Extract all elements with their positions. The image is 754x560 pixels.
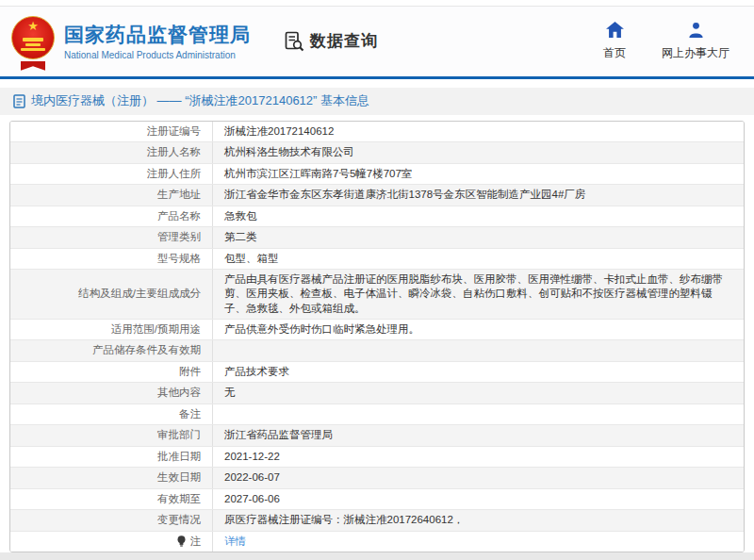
row-value: 浙械注准20172140612 xyxy=(213,122,744,142)
row-value: 产品供意外受伤时伤口临时紧急处理用。 xyxy=(213,320,744,340)
row-label-text: 批准日期 xyxy=(157,450,201,465)
table-row: 注册人名称 杭州科洛生物技术有限公司 xyxy=(10,141,744,163)
row-value: 2027-06-06 xyxy=(213,489,744,510)
home-icon xyxy=(606,22,624,41)
row-value-text: 杭州科洛生物技术有限公司 xyxy=(224,145,354,160)
detail-link[interactable]: 详情 xyxy=(224,535,246,550)
row-value-text: 急救包 xyxy=(224,209,257,224)
data-query-button[interactable]: 数据查询 xyxy=(283,30,378,53)
top-strip xyxy=(0,0,754,7)
table-row: 产品名称 急救包 xyxy=(10,206,744,227)
row-value: 产品技术要求 xyxy=(213,362,744,383)
header-nav: 首页 网上办事大厅 xyxy=(603,22,729,61)
national-emblem-logo: ★ xyxy=(11,16,55,71)
row-label-text: 产品名称 xyxy=(157,209,201,224)
nav-online-service-hall-label: 网上办事大厅 xyxy=(662,45,729,61)
table-row: 附件 产品技术要求 xyxy=(10,361,744,383)
org-title-cn: 国家药品监督管理局 xyxy=(64,23,251,47)
row-value-text: 第二类 xyxy=(224,230,257,245)
footer-strip xyxy=(0,552,754,560)
table-row: 型号规格 包型、箱型 xyxy=(10,248,744,270)
row-label-text: 生效日期 xyxy=(157,470,201,486)
table-row: 生产地址 浙江省金华市金东区东孝街道康济北街1378号金东区智能制造产业园4#厂… xyxy=(10,184,744,206)
row-label-text: 结构及组成/主要组成成分 xyxy=(78,287,201,302)
row-value: 杭州市滨江区江晖南路7号5幢7楼707室 xyxy=(213,164,744,185)
row-label-text: 型号规格 xyxy=(157,252,201,267)
row-value xyxy=(213,340,744,361)
page: ★ 国家药品监督管理局 National Medical Products Ad… xyxy=(0,0,754,560)
emblem-gate xyxy=(21,48,45,51)
table-row: 其他内容 无 xyxy=(10,382,744,404)
row-label: 附件 xyxy=(10,362,213,383)
person-icon xyxy=(688,22,704,41)
row-label-text: 备注 xyxy=(179,407,201,422)
row-label: 其他内容 xyxy=(10,383,213,404)
bulb-icon xyxy=(176,535,187,548)
table-row: 生效日期 2022-06-07 xyxy=(10,467,744,488)
table-row: 注册证编号 浙械注准20172140612 xyxy=(10,122,744,142)
row-value: 2021-12-22 xyxy=(213,447,744,468)
site-header: ★ 国家药品监督管理局 National Medical Products Ad… xyxy=(0,7,754,79)
emblem-gate xyxy=(23,38,43,41)
row-label: 生效日期 xyxy=(10,468,213,488)
document-search-icon xyxy=(283,30,305,53)
breadcrumb: 境内医疗器械（注册） —— “浙械注准20172140612” 基本信息 xyxy=(0,88,754,115)
row-label: 有效期至 xyxy=(10,489,213,510)
emblem-ribbon xyxy=(21,61,45,71)
row-label: 型号规格 xyxy=(10,249,213,270)
row-value: 包型、箱型 xyxy=(213,249,744,270)
registration-info-table: 注册证编号 浙械注准20172140612 注册人名称 杭州科洛生物技术有限公司… xyxy=(9,121,745,553)
row-value: 杭州科洛生物技术有限公司 xyxy=(213,142,744,163)
table-row: 管理类别 第二类 xyxy=(10,226,744,248)
row-value-text: 无 xyxy=(224,386,236,401)
row-label: 注 xyxy=(10,532,213,552)
table-row: 产品储存条件及有效期 xyxy=(10,339,744,361)
main-content: 注册证编号 浙械注准20172140612 注册人名称 杭州科洛生物技术有限公司… xyxy=(0,115,754,553)
row-value-text: 2027-06-06 xyxy=(224,492,280,507)
row-value-text: 2022-06-07 xyxy=(224,470,280,486)
org-title-en: National Medical Products Administration xyxy=(64,50,251,60)
row-value: 产品由具有医疗器械产品注册证的医用脱脂纱布块、医用胶带、医用弹性绷带、卡扣式止血… xyxy=(213,270,744,319)
row-label-text: 其他内容 xyxy=(157,386,201,401)
row-value: 第二类 xyxy=(213,227,744,248)
row-label: 生产地址 xyxy=(10,185,213,206)
row-value-text: 浙械注准20172140612 xyxy=(224,124,334,140)
row-value: 无 xyxy=(213,383,744,404)
table-row: 备注 xyxy=(10,404,744,425)
row-value-text: 浙江省药品监督管理局 xyxy=(224,428,333,443)
row-label-text: 生产地址 xyxy=(157,188,201,203)
row-label-text: 有效期至 xyxy=(157,492,201,507)
row-label-text: 附件 xyxy=(179,365,201,380)
row-value: 2022-06-07 xyxy=(213,468,744,488)
emblem-circle: ★ xyxy=(11,16,55,59)
row-value-text: 2021-12-22 xyxy=(224,450,280,465)
table-row: 注册人住所 杭州市滨江区江晖南路7号5幢7楼707室 xyxy=(10,163,744,185)
nav-online-service-hall[interactable]: 网上办事大厅 xyxy=(662,22,729,61)
row-label-text: 注册证编号 xyxy=(147,124,202,140)
row-label: 产品名称 xyxy=(10,206,213,227)
row-value-text: 浙江省金华市金东区东孝街道康济北街1378号金东区智能制造产业园4#厂房 xyxy=(224,188,585,203)
row-value-text: 原医疗器械注册证编号：浙械注准20172640612， xyxy=(224,513,464,528)
row-value-text: 杭州市滨江区江晖南路7号5幢7楼707室 xyxy=(224,167,412,182)
row-value: 原医疗器械注册证编号：浙械注准20172640612， xyxy=(213,510,744,531)
row-label-text: 注册人住所 xyxy=(147,167,202,182)
emblem-gate xyxy=(25,43,41,46)
row-label: 注册人住所 xyxy=(10,164,213,185)
row-value: 浙江省金华市金东区东孝街道康济北街1378号金东区智能制造产业园4#厂房 xyxy=(213,185,744,206)
row-label: 产品储存条件及有效期 xyxy=(10,340,213,361)
row-label: 注册证编号 xyxy=(10,122,213,142)
page-icon xyxy=(13,94,25,108)
row-value-text: 产品由具有医疗器械产品注册证的医用脱脂纱布块、医用胶带、医用弹性绷带、卡扣式止血… xyxy=(224,272,732,317)
table-row: 有效期至 2027-06-06 xyxy=(10,488,744,510)
row-label-text: 适用范围/预期用途 xyxy=(111,322,201,338)
row-label-text: 产品储存条件及有效期 xyxy=(92,343,201,358)
table-row: 适用范围/预期用途 产品供意外受伤时伤口临时紧急处理用。 xyxy=(10,319,744,340)
row-label: 管理类别 xyxy=(10,227,213,248)
table-row: 注 详情 xyxy=(10,531,744,552)
org-titles: 国家药品监督管理局 National Medical Products Admi… xyxy=(64,23,251,60)
nav-home[interactable]: 首页 xyxy=(603,22,626,61)
row-value-text: 包型、箱型 xyxy=(224,252,279,267)
nav-home-label: 首页 xyxy=(603,45,626,61)
row-label: 批准日期 xyxy=(10,447,213,468)
row-label-text: 变更情况 xyxy=(157,513,201,528)
